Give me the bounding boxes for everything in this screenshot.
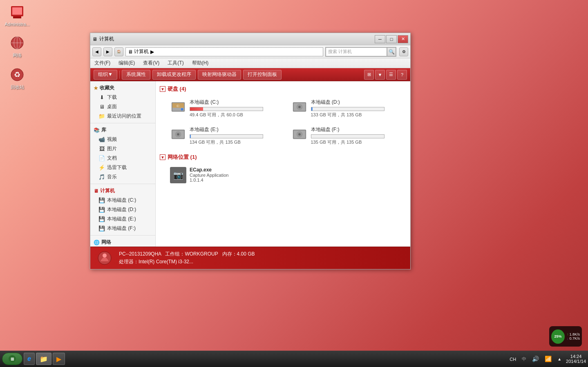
tray-network[interactable]: 🔊 [531, 356, 540, 362]
desktop-icon-network[interactable]: 网络 [4, 35, 30, 58]
toolbar: 组织▼ 系统属性 卸载或更改程序 映射网络驱动器 打开控制面板 ⊞ ▼ ☰ ? [90, 68, 410, 81]
view-list-btn[interactable]: ▼ [375, 70, 385, 80]
menu-edit[interactable]: 编辑(E) [114, 58, 139, 68]
organize-button[interactable]: 组织▼ [94, 70, 117, 80]
sidebar-item-drive-e[interactable]: 💾 本地磁盘 (E:) [90, 214, 155, 224]
sidebar-drive-f-label: 本地磁盘 (F:) [107, 225, 136, 232]
desktop: Administra... 网络 ♻ 回收站 [0, 0, 588, 367]
maximize-button[interactable]: □ [386, 35, 397, 43]
close-button[interactable]: ✕ [398, 35, 408, 43]
tray-input-method[interactable]: CH [508, 356, 517, 362]
svg-point-13 [181, 108, 183, 111]
taskbar-item-explorer[interactable]: 📁 [36, 353, 51, 365]
search-input[interactable]: 搜索 计算机 [326, 47, 387, 56]
sidebar-item-music[interactable]: 🎵 音乐 [90, 172, 155, 182]
taskbar: ⊞ e 📁 ▶ CH 中 🔊 📶 ▲ 14:24 2014/1/14 [0, 351, 588, 367]
drive-item-f[interactable]: 本地磁盘 (F:) 135 GB 可用，共 135 GB [289, 124, 407, 147]
tray-ime[interactable]: 中 [521, 356, 528, 362]
sidebar-item-drive-d[interactable]: 💾 本地磁盘 (D:) [90, 205, 155, 214]
up-button[interactable]: 🏠 [114, 47, 123, 56]
drive-d-space: 133 GB 可用，共 135 GB [311, 112, 405, 118]
admin-icon [9, 4, 25, 20]
menu-file[interactable]: 文件(F) [90, 58, 114, 68]
tray-arrow[interactable]: ▲ [556, 357, 563, 361]
menu-help[interactable]: 帮助(H) [188, 58, 213, 68]
sidebar-favorites-section: ★ 收藏夹 ⬇ 下载 🖥 桌面 📁 最近访问的位置 [90, 83, 155, 121]
svg-point-25 [298, 133, 301, 136]
sidebar-item-drive-c[interactable]: 💾 本地磁盘 (C:) [90, 196, 155, 205]
drive-item-e[interactable]: 本地磁盘 (E:) 134 GB 可用，共 135 GB [168, 124, 285, 147]
sidebar-item-drive-f[interactable]: 💾 本地磁盘 (F:) [90, 224, 155, 233]
sidebar-computer-header[interactable]: 🖥 计算机 [90, 186, 155, 196]
svg-point-27 [103, 254, 107, 258]
help-button[interactable]: ? [397, 70, 407, 80]
view-icon-btn[interactable]: ⊞ [364, 70, 374, 80]
menu-tools[interactable]: 工具(T) [163, 58, 188, 68]
svg-rect-1 [12, 7, 22, 15]
media-icon: ▶ [56, 355, 61, 363]
sidebar-library-section: 📚 库 📹 视频 🖼 图片 📄 文档 [90, 125, 155, 182]
title-bar-left: 🖥 计算机 [92, 36, 114, 42]
sidebar-item-picture[interactable]: 🖼 图片 [90, 144, 155, 153]
svg-text:C:: C: [177, 104, 180, 108]
drive-f-info: 本地磁盘 (F:) 135 GB 可用，共 135 GB [311, 126, 405, 145]
svg-rect-2 [13, 16, 21, 18]
search-button[interactable]: 🔍 [387, 47, 396, 56]
drives-expand-icon[interactable]: ▼ [160, 86, 165, 92]
minimize-button[interactable]: ─ [375, 35, 385, 43]
admin-icon-label: Administra... [4, 22, 29, 27]
sidebar-item-document[interactable]: 📄 文档 [90, 153, 155, 163]
desktop-icon-recycle[interactable]: ♻ 回收站 [4, 67, 30, 90]
sidebar-recent-label: 最近访问的位置 [107, 113, 141, 120]
tray-volume[interactable]: 📶 [543, 356, 553, 362]
picture-icon: 🖼 [98, 146, 105, 152]
ecap-name: ECap.exe [190, 167, 404, 173]
sidebar-item-recent[interactable]: 📁 最近访问的位置 [90, 111, 155, 121]
sidebar: ★ 收藏夹 ⬇ 下载 🖥 桌面 📁 最近访问的位置 [90, 81, 156, 247]
tray-clock[interactable]: 14:24 2014/1/14 [566, 354, 586, 364]
music-icon: 🎵 [98, 174, 105, 180]
network-item-ecap[interactable]: 📷 ECap.exe Capture Application 1.0.1.4 [160, 165, 406, 185]
download-icon: ⬇ [98, 94, 105, 101]
sidebar-item-video[interactable]: 📹 视频 [90, 135, 155, 144]
status-bar: PC--20131209QHA 工作组：WORKGROUP 内存：4.00 GB… [90, 247, 410, 269]
desktop-icon-admin[interactable]: Administra... [4, 4, 30, 27]
network-expand-icon[interactable]: ▼ [160, 154, 165, 160]
taskbar-right: CH 中 🔊 📶 ▲ 14:24 2014/1/14 [508, 354, 586, 364]
drive-e-icon: 💾 [98, 216, 105, 222]
control-panel-button[interactable]: 打开控制面板 [243, 70, 282, 80]
sidebar-favorites-header[interactable]: ★ 收藏夹 [90, 83, 155, 93]
download-speed: 0.7K/s [569, 336, 580, 340]
map-drive-button[interactable]: 映射网络驱动器 [198, 70, 241, 80]
network-section-header: ▼ 网络位置 (1) [160, 153, 406, 161]
back-button[interactable]: ◀ [92, 47, 101, 56]
drive-item-d[interactable]: 本地磁盘 (D:) 133 GB 可用，共 135 GB [289, 97, 407, 120]
uninstall-button[interactable]: 卸载或更改程序 [152, 70, 196, 80]
sidebar-library-header[interactable]: 📚 库 [90, 125, 155, 135]
start-button[interactable]: ⊞ [2, 353, 22, 365]
drives-section-header: ▼ 硬盘 (4) [160, 85, 406, 93]
drive-e-space: 134 GB 可用，共 135 GB [190, 139, 283, 145]
drive-e-icon-main [170, 126, 186, 142]
view-details-btn[interactable]: ☰ [386, 70, 396, 80]
network-icon-label: 网络 [13, 52, 22, 58]
desktop-icons: Administra... 网络 ♻ 回收站 [4, 4, 30, 90]
forward-button[interactable]: ▶ [103, 47, 112, 56]
sidebar-network-header[interactable]: 🌐 网络 [90, 238, 155, 247]
drive-f-icon: 💾 [98, 225, 105, 232]
address-bar[interactable]: 🖥 计算机 ▶ [125, 47, 323, 56]
sidebar-item-download[interactable]: ⬇ 下载 [90, 93, 155, 102]
menu-view[interactable]: 查看(V) [139, 58, 163, 68]
toolbar-right: ⊞ ▼ ☰ ? [364, 70, 407, 80]
taskbar-item-media[interactable]: ▶ [53, 353, 65, 365]
title-bar: 🖥 计算机 ─ □ ✕ [90, 33, 410, 45]
sidebar-item-desktop[interactable]: 🖥 桌面 [90, 102, 155, 111]
sidebar-item-thunder[interactable]: ⚡ 迅雷下载 [90, 163, 155, 172]
drive-item-c[interactable]: C: 本地磁盘 (C:) 49.4 GB 可用，共 60.0 GB [168, 97, 285, 120]
settings-button[interactable]: ⚙ [399, 47, 408, 56]
explorer-icon: 📁 [40, 355, 48, 363]
system-properties-button[interactable]: 系统属性 [122, 70, 150, 80]
title-controls: ─ □ ✕ [375, 35, 408, 43]
taskbar-item-ie[interactable]: e [24, 353, 35, 365]
drive-d-name: 本地磁盘 (D:) [311, 99, 405, 106]
